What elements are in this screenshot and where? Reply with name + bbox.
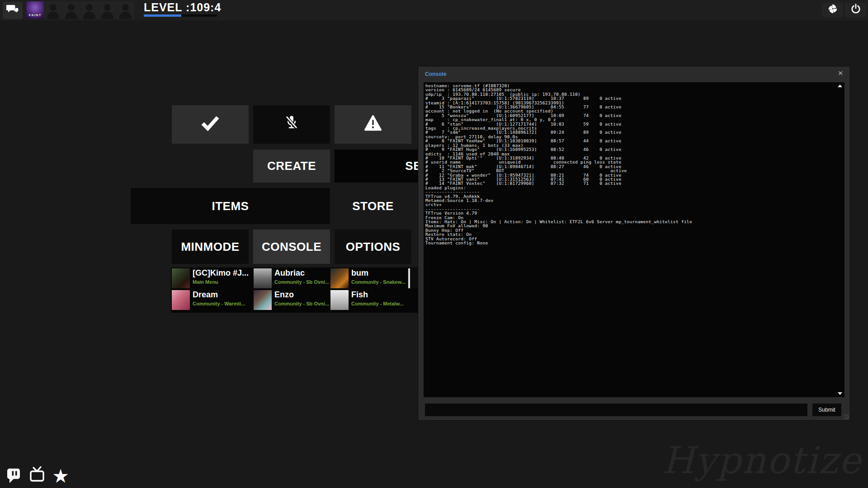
- items-button-label: ITEMS: [212, 199, 249, 213]
- empty-avatar-slot[interactable]: [117, 1, 134, 19]
- console-menu-button[interactable]: CONSOLE: [253, 230, 330, 264]
- power-button[interactable]: [845, 3, 866, 17]
- console-window: Console × hostname: serveme.tf (#1087320…: [418, 66, 850, 420]
- player-avatar-label: FAINT: [26, 13, 44, 17]
- level-label: LEVEL :109:4: [144, 1, 221, 14]
- create-button[interactable]: CREATE: [253, 150, 330, 183]
- console-line: STV Autorecord: Off: [425, 237, 843, 241]
- alerts-button[interactable]: [335, 105, 411, 144]
- friend-name: Enzo: [274, 290, 333, 300]
- level-progress-track: [144, 14, 217, 17]
- options-button-label: OPTIONS: [346, 240, 401, 254]
- console-line: Tournament config: None: [425, 241, 843, 245]
- minmode-button[interactable]: MINMODE: [172, 230, 249, 264]
- level-progress-fill: [144, 14, 181, 17]
- chat-button[interactable]: [3, 2, 23, 19]
- checkmark-icon: [200, 115, 220, 134]
- friend-status: Community - Metalw...: [351, 301, 410, 306]
- console-input[interactable]: [425, 404, 807, 416]
- submit-button-label: Submit: [818, 407, 835, 413]
- friend-avatar: [172, 268, 190, 288]
- empty-avatar-slot[interactable]: [62, 1, 80, 19]
- console-line: TFTrue Version 4.79: [425, 211, 843, 215]
- mic-muted-icon: [283, 114, 301, 135]
- friends-list: [GC]Kimo #J...Main MenuAubriacCommunity …: [171, 267, 420, 313]
- star-icon: ★: [52, 467, 69, 485]
- console-menu-button-label: CONSOLE: [262, 240, 321, 254]
- mute-mic-button[interactable]: [253, 105, 330, 144]
- console-line: Loaded plugins:: [425, 186, 843, 190]
- resize-grip[interactable]: [844, 414, 849, 419]
- store-button[interactable]: STORE: [335, 188, 411, 224]
- options-button[interactable]: OPTIONS: [335, 230, 411, 264]
- bottom-left-toolbar: ★: [5, 467, 70, 485]
- console-output-area[interactable]: hostname: serveme.tf (#1087320)version :…: [424, 82, 844, 397]
- console-line: Metamod:Source 1.10.7-dev: [425, 198, 843, 202]
- console-line: Bunny Hop: Off: [425, 228, 843, 232]
- friend-status: Community - Snakew...: [351, 279, 410, 285]
- hud-watermark: Hypnotize: [662, 439, 862, 482]
- favorites-button[interactable]: ★: [52, 467, 70, 485]
- submit-button[interactable]: Submit: [812, 404, 841, 416]
- power-icon: [850, 3, 862, 17]
- friend-avatar: [172, 290, 190, 310]
- store-button-label: STORE: [352, 199, 394, 213]
- empty-avatar-slot[interactable]: [44, 1, 62, 19]
- create-button-label: CREATE: [267, 159, 316, 173]
- friend-tile[interactable]: [GC]Kimo #J...Main Menu: [172, 268, 252, 289]
- minmode-button-label: MINMODE: [181, 240, 239, 254]
- pinwheel-icon: [827, 3, 839, 17]
- friend-name: Aubriac: [274, 268, 333, 278]
- friend-tile[interactable]: DreamCommunity - Warmti...: [172, 290, 252, 311]
- twitch-icon: [5, 466, 23, 486]
- pinwheel-button[interactable]: [822, 3, 843, 17]
- console-line: Restore stats: On: [425, 232, 843, 236]
- friend-name: [GC]Kimo #J...: [193, 268, 251, 278]
- chat-bubbles-icon: [6, 4, 19, 17]
- friend-name: bum: [351, 268, 410, 278]
- friend-tile[interactable]: EnzoCommunity - Sb Ovni...: [254, 290, 334, 311]
- top-bar: FAINT LEVEL :109:4: [0, 0, 868, 20]
- friend-status: Community - Sb Ovni...: [274, 301, 333, 306]
- console-line: Maximum FoV allowed: 90: [425, 224, 843, 228]
- console-line: --------------------: [425, 207, 843, 211]
- console-line: Items: Hats: On | Misc: On | Action: On …: [425, 220, 843, 224]
- tv-button[interactable]: [28, 467, 46, 485]
- close-icon[interactable]: ×: [835, 68, 845, 78]
- friend-status: Main Menu: [193, 279, 251, 285]
- friend-avatar: [330, 290, 349, 310]
- scroll-up-icon[interactable]: [838, 84, 842, 87]
- twitch-button[interactable]: [5, 467, 23, 485]
- tv-icon: [28, 466, 46, 486]
- console-output: hostname: serveme.tf (#1087320)version :…: [424, 82, 844, 246]
- level-display: LEVEL :109:4: [144, 1, 221, 17]
- friend-avatar: [330, 268, 349, 288]
- friend-status: Community - Sb Ovni...: [274, 279, 333, 285]
- console-window-title: Console: [425, 71, 446, 77]
- friend-tile[interactable]: AubriacCommunity - Sb Ovni...: [254, 268, 334, 289]
- console-line: srctv+: [425, 202, 843, 206]
- console-line: # 14 "FAINT Voxtec" [U:1:81729960] 07:32…: [425, 181, 843, 185]
- friend-name: Fish: [351, 290, 410, 300]
- friend-avatar: [254, 268, 272, 288]
- empty-avatar-slot[interactable]: [99, 1, 116, 19]
- warning-icon: [363, 114, 382, 135]
- friend-avatar: [254, 290, 272, 310]
- scroll-down-icon[interactable]: [838, 392, 842, 395]
- empty-avatar-slot[interactable]: [80, 1, 98, 19]
- items-button[interactable]: ITEMS: [131, 188, 330, 224]
- friend-name: Dream: [193, 290, 251, 300]
- player-avatar[interactable]: FAINT: [26, 1, 44, 19]
- friend-tile[interactable]: FishCommunity - Metalw...: [330, 290, 411, 311]
- ready-toggle-button[interactable]: [172, 105, 249, 144]
- friend-tile[interactable]: bumCommunity - Snakew...: [330, 268, 411, 289]
- console-line: --------------------: [425, 190, 843, 194]
- party-avatar-row: FAINT: [26, 1, 134, 19]
- friend-status: Community - Warmti...: [193, 301, 251, 306]
